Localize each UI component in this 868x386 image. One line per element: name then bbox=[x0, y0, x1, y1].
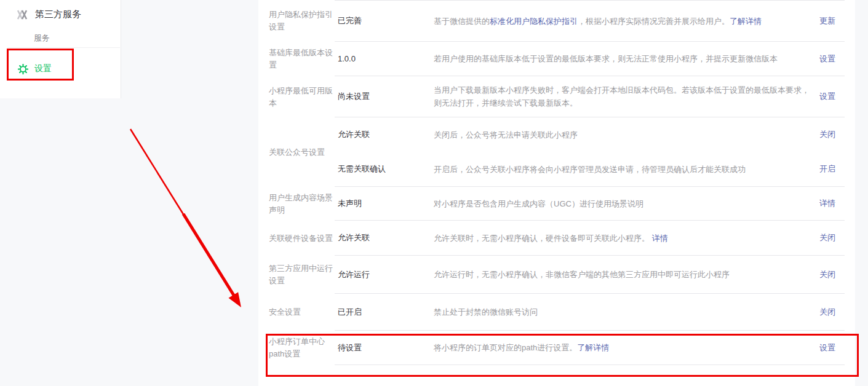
row-value: 无需关联确认 bbox=[335, 163, 434, 175]
row-entry: 1.0.0若用户使用的基础库版本低于设置的最低版本要求，则无法正常使用小程序，并… bbox=[335, 42, 845, 76]
description-text: 对小程序是否包含用户生成内容（UGC）进行使用场景说明 bbox=[434, 199, 643, 208]
row-entry: 允许关联允许关联时，无需小程序确认，硬件设备即可关联此小程序。 详情关闭 bbox=[335, 221, 845, 255]
row-description: 对小程序是否包含用户生成内容（UGC）进行使用场景说明 bbox=[434, 197, 814, 210]
row-description: 开启后，公众号关联小程序将会向小程序管理员发送申请，待管理员确认后才能关联成功 bbox=[434, 163, 814, 176]
row-body: 允许关联允许关联时，无需小程序确认，硬件设备即可关联此小程序。 详情关闭 bbox=[335, 221, 845, 256]
row-entry: 无需关联确认开启后，公众号关联小程序将会向小程序管理员发送申请，待管理员确认后才… bbox=[335, 152, 845, 186]
table-row: 关联硬件设备设置允许关联允许关联时，无需小程序确认，硬件设备即可关联此小程序。 … bbox=[258, 221, 855, 256]
annotation-box-sidebar-settings bbox=[7, 49, 74, 81]
row-description: 基于微信提供的标准化用户隐私保护指引，根据小程序实际情况完善并展示给用户。了解详… bbox=[434, 15, 814, 28]
row-body: 已完善基于微信提供的标准化用户隐私保护指引，根据小程序实际情况完善并展示给用户。… bbox=[335, 0, 845, 42]
row-description: 关闭后，公众号将无法申请关联此小程序 bbox=[434, 128, 814, 141]
table-row: 用户隐私保护指引设置已完善基于微信提供的标准化用户隐私保护指引，根据小程序实际情… bbox=[258, 0, 855, 42]
row-value: 允许关联 bbox=[335, 129, 434, 140]
row-action-link[interactable]: 设置 bbox=[819, 53, 845, 65]
inline-link[interactable]: 了解详情 bbox=[730, 17, 762, 26]
row-action-link[interactable]: 关闭 bbox=[819, 129, 845, 140]
row-value: 允许运行 bbox=[335, 269, 434, 280]
row-label: 关联公众号设置 bbox=[269, 117, 335, 187]
row-action-link[interactable]: 关闭 bbox=[819, 269, 845, 280]
row-description: 当用户下载最新版本小程序失败时，客户端会打开本地旧版本代码包。若该版本低于设置的… bbox=[434, 84, 814, 109]
row-description: 禁止处于封禁的微信账号访问 bbox=[434, 305, 814, 318]
row-action-link[interactable]: 开启 bbox=[819, 163, 845, 175]
row-value: 1.0.0 bbox=[335, 54, 434, 63]
inline-link[interactable]: 详情 bbox=[652, 234, 668, 243]
description-text: 允许关联时，无需小程序确认，硬件设备即可关联此小程序。 bbox=[434, 234, 652, 243]
settings-panel: 用户隐私保护指引设置已完善基于微信提供的标准化用户隐私保护指引，根据小程序实际情… bbox=[258, 0, 855, 386]
row-body: 尚未设置当用户下载最新版本小程序失败时，客户端会打开本地旧版本代码包。若该版本低… bbox=[335, 76, 845, 117]
row-action-link[interactable]: 更新 bbox=[819, 15, 845, 26]
description-text: 基于微信提供的 bbox=[434, 17, 490, 26]
table-row: 第三方应用中运行设置允许运行允许运行时，无需小程序确认，非微信客户端的其他第三方… bbox=[258, 256, 855, 294]
table-row: 基础库最低版本设置1.0.0若用户使用的基础库版本低于设置的最低版本要求，则无法… bbox=[258, 42, 855, 76]
row-body: 允许关联关闭后，公众号将无法申请关联此小程序关闭无需关联确认开启后，公众号关联小… bbox=[335, 117, 845, 187]
annotation-box-path-setting-row bbox=[266, 334, 859, 377]
row-label: 用户隐私保护指引设置 bbox=[269, 0, 335, 42]
row-entry: 已完善基于微信提供的标准化用户隐私保护指引，根据小程序实际情况完善并展示给用户。… bbox=[335, 1, 845, 41]
row-action-link[interactable]: 设置 bbox=[819, 91, 845, 102]
row-action-link[interactable]: 详情 bbox=[819, 198, 845, 209]
row-action-link[interactable]: 关闭 bbox=[819, 307, 845, 318]
row-label: 安全设置 bbox=[269, 294, 335, 331]
row-value: 尚未设置 bbox=[335, 91, 434, 102]
row-description: 若用户使用的基础库版本低于设置的最低版本要求，则无法正常使用小程序，并提示更新微… bbox=[434, 52, 814, 65]
row-entry: 已开启禁止处于封禁的微信账号访问关闭 bbox=[335, 294, 845, 330]
description-text: ，根据小程序实际情况完善并展示给用户。 bbox=[578, 17, 730, 26]
row-value: 已开启 bbox=[335, 307, 434, 318]
description-text: 禁止处于封禁的微信账号访问 bbox=[434, 307, 538, 317]
row-entry: 允许关联关闭后，公众号将无法申请关联此小程序关闭 bbox=[335, 117, 845, 152]
description-text: 允许运行时，无需小程序确认，非微信客户端的其他第三方应用中即可运行此小程序 bbox=[434, 270, 730, 279]
inline-link[interactable]: 标准化用户隐私保护指引 bbox=[490, 17, 578, 26]
row-entry: 未声明对小程序是否包含用户生成内容（UGC）进行使用场景说明详情 bbox=[335, 187, 845, 220]
row-action-link[interactable]: 关闭 bbox=[819, 232, 845, 243]
table-row: 小程序最低可用版本尚未设置当用户下载最新版本小程序失败时，客户端会打开本地旧版本… bbox=[258, 76, 855, 117]
row-body: 已开启禁止处于封禁的微信账号访问关闭 bbox=[335, 294, 845, 331]
description-text: 开启后，公众号关联小程序将会向小程序管理员发送申请，待管理员确认后才能关联成功 bbox=[434, 165, 746, 174]
sidebar-section-label: 服务 bbox=[0, 20, 121, 44]
app-title: 第三方服务 bbox=[35, 9, 81, 20]
description-text: 当用户下载最新版本小程序失败时，客户端会打开本地旧版本代码包。若该版本低于设置的… bbox=[434, 85, 810, 108]
third-party-platform-logo-icon bbox=[17, 10, 30, 20]
row-value: 已完善 bbox=[335, 15, 434, 26]
row-label: 第三方应用中运行设置 bbox=[269, 256, 335, 294]
table-row: 关联公众号设置允许关联关闭后，公众号将无法申请关联此小程序关闭无需关联确认开启后… bbox=[258, 117, 855, 187]
row-body: 1.0.0若用户使用的基础库版本低于设置的最低版本要求，则无法正常使用小程序，并… bbox=[335, 42, 845, 76]
row-label: 关联硬件设备设置 bbox=[269, 221, 335, 256]
description-text: 若用户使用的基础库版本低于设置的最低版本要求，则无法正常使用小程序，并提示更新微… bbox=[434, 54, 778, 63]
table-row: 安全设置已开启禁止处于封禁的微信账号访问关闭 bbox=[258, 294, 855, 331]
row-description: 允许运行时，无需小程序确认，非微信客户端的其他第三方应用中即可运行此小程序 bbox=[434, 268, 814, 281]
sidebar-divider bbox=[7, 47, 120, 48]
row-label: 基础库最低版本设置 bbox=[269, 42, 335, 76]
row-body: 允许运行允许运行时，无需小程序确认，非微信客户端的其他第三方应用中即可运行此小程… bbox=[335, 256, 845, 294]
row-description: 允许关联时，无需小程序确认，硬件设备即可关联此小程序。 详情 bbox=[434, 232, 814, 245]
row-body: 未声明对小程序是否包含用户生成内容（UGC）进行使用场景说明详情 bbox=[335, 187, 845, 221]
row-value: 允许关联 bbox=[335, 232, 434, 243]
settings-table: 用户隐私保护指引设置已完善基于微信提供的标准化用户隐私保护指引，根据小程序实际情… bbox=[258, 0, 855, 365]
row-entry: 允许运行允许运行时，无需小程序确认，非微信客户端的其他第三方应用中即可运行此小程… bbox=[335, 256, 845, 293]
app-title-row: 第三方服务 bbox=[0, 0, 121, 20]
row-label: 小程序最低可用版本 bbox=[269, 76, 335, 117]
description-text: 关闭后，公众号将无法申请关联此小程序 bbox=[434, 130, 578, 140]
row-value: 未声明 bbox=[335, 198, 434, 209]
row-label: 用户生成内容场景声明 bbox=[269, 187, 335, 221]
row-entry: 尚未设置当用户下载最新版本小程序失败时，客户端会打开本地旧版本代码包。若该版本低… bbox=[335, 76, 845, 117]
table-row: 用户生成内容场景声明未声明对小程序是否包含用户生成内容（UGC）进行使用场景说明… bbox=[258, 187, 855, 221]
